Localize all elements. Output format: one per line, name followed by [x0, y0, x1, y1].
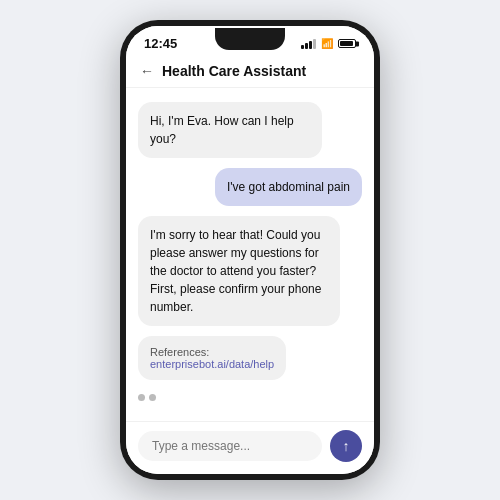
battery-icon — [338, 39, 356, 48]
message-input[interactable] — [138, 431, 322, 461]
signal-icon — [301, 39, 316, 49]
status-time: 12:45 — [144, 36, 177, 51]
references-block: References: enterprisebot.ai/data/help — [138, 336, 286, 380]
message-2: I've got abdominal pain — [215, 168, 362, 206]
dot-1 — [138, 394, 145, 401]
send-button[interactable]: ↑ — [330, 430, 362, 462]
input-row: ↑ — [126, 421, 374, 474]
message-1: Hi, I'm Eva. How can I help you? — [138, 102, 322, 158]
chat-header: ← Health Care Assistant — [126, 55, 374, 88]
notch — [215, 28, 285, 50]
wifi-icon: 📶 — [321, 38, 333, 49]
chat-title: Health Care Assistant — [162, 63, 306, 79]
dot-2 — [149, 394, 156, 401]
message-3: I'm sorry to hear that! Could you please… — [138, 216, 340, 326]
status-icons: 📶 — [301, 38, 356, 49]
phone-screen: 12:45 📶 ← Health Care Assistant Hi, I'm … — [126, 26, 374, 474]
references-link[interactable]: enterprisebot.ai/data/help — [150, 358, 274, 370]
back-button[interactable]: ← — [140, 63, 154, 79]
phone-frame: 12:45 📶 ← Health Care Assistant Hi, I'm … — [120, 20, 380, 480]
send-icon: ↑ — [343, 438, 350, 454]
typing-indicator — [138, 390, 156, 405]
references-label: References: — [150, 346, 209, 358]
chat-area: Hi, I'm Eva. How can I help you? I've go… — [126, 88, 374, 421]
message-3-text: I'm sorry to hear that! Could you please… — [150, 228, 321, 314]
